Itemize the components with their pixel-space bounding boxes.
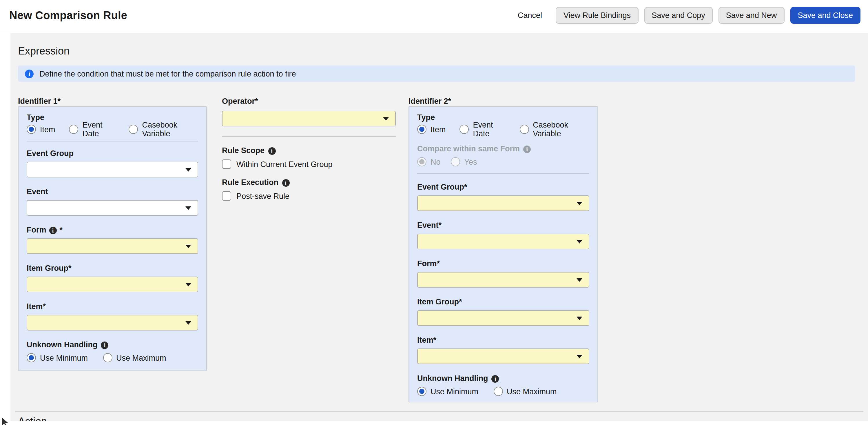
radio-item-event-date[interactable]: Event Date (460, 121, 506, 138)
unknown-handling-info-icon[interactable] (101, 341, 108, 349)
form-select[interactable] (417, 272, 589, 288)
unknown-handling-label: Unknown Handling (27, 340, 198, 350)
info-icon (25, 69, 34, 78)
radio-label: Item (40, 125, 55, 134)
unknown-handling-label: Unknown Handling (417, 374, 589, 383)
save-and-copy-button[interactable]: Save and Copy (644, 7, 713, 24)
identifier1-panel: Type Item Event Date (18, 106, 207, 371)
action-section-title: Action (18, 415, 855, 421)
checkbox-label: Post-save Rule (237, 192, 289, 200)
radio-selected-icon[interactable] (27, 353, 36, 362)
identifier1-column: Identifier 1* Type Item Event Date (18, 97, 207, 371)
info-banner-text: Define the condition that must be met fo… (39, 69, 296, 78)
identifier2-type-group: Type Item Event Date (417, 113, 589, 135)
dropdown-caret-icon (185, 206, 191, 210)
radio-selected-icon[interactable] (417, 387, 427, 396)
item-group-select[interactable] (417, 310, 589, 326)
field-label: Item Group* (27, 264, 198, 273)
rule-scope-option: Within Current Event Group (222, 158, 396, 170)
identifier1-label: Identifier 1* (18, 97, 207, 106)
operator-select[interactable] (222, 111, 396, 126)
radio-item-use-maximum[interactable]: Use Maximum (103, 353, 166, 362)
unknown-handling-options: Use Minimum Use Maximum (417, 386, 589, 397)
dropdown-caret-icon (577, 355, 582, 358)
radio-icon[interactable] (520, 125, 529, 134)
field-group-event-group: Event Group (27, 149, 198, 177)
within-current-event-group-checkbox[interactable] (222, 160, 231, 169)
cancel-button[interactable]: Cancel (518, 11, 542, 20)
form-info-icon[interactable] (49, 226, 57, 234)
radio-selected-icon[interactable] (27, 125, 36, 134)
rule-execution-label: Rule Execution (222, 178, 396, 187)
view-rule-bindings-button[interactable]: View Rule Bindings (556, 7, 638, 24)
panel-divider (417, 173, 589, 174)
radio-item-event-date[interactable]: Event Date (69, 121, 115, 138)
radio-item-yes-disabled: Yes (451, 157, 477, 166)
radio-item-use-minimum[interactable]: Use Minimum (27, 353, 88, 362)
operator-label: Operator* (222, 97, 396, 106)
radio-item-use-maximum[interactable]: Use Maximum (493, 387, 557, 396)
radio-label: Use Minimum (431, 387, 478, 396)
item-select[interactable] (417, 348, 589, 364)
unknown-handling-info-icon[interactable] (492, 375, 499, 382)
dropdown-caret-icon (185, 321, 191, 325)
expression-section-title: Expression (18, 45, 855, 57)
radio-label: Use Maximum (507, 387, 557, 396)
radio-label: Casebook Variable (533, 121, 589, 138)
item-group-select[interactable] (27, 277, 198, 292)
rule-execution-info-icon[interactable] (282, 179, 289, 187)
radio-item-casebook-variable[interactable]: Casebook Variable (129, 121, 198, 138)
save-and-close-button[interactable]: Save and Close (790, 7, 861, 24)
identifier2-type-options: Item Event Date Casebook Variable (417, 123, 589, 135)
item-select[interactable] (27, 315, 198, 331)
radio-icon[interactable] (460, 125, 469, 134)
expression-section: Expression Define the condition that mus… (10, 33, 868, 421)
save-and-new-button[interactable]: Save and New (718, 7, 784, 24)
radio-label: No (431, 158, 441, 166)
radio-selected-icon[interactable] (417, 125, 427, 134)
page-title: New Comparison Rule (9, 9, 127, 22)
identifier1-type-options: Item Event Date Casebook Variable (27, 123, 198, 135)
radio-icon[interactable] (129, 125, 138, 134)
radio-icon[interactable] (103, 353, 112, 362)
post-save-rule-checkbox[interactable] (222, 191, 231, 201)
mouse-cursor-icon (1, 416, 10, 425)
event-group-select[interactable] (27, 162, 198, 177)
radio-item-item[interactable]: Item (27, 125, 55, 134)
field-group-item-group: Item Group* (27, 264, 198, 292)
identifier1-type-group: Type Item Event Date (27, 113, 198, 135)
dropdown-caret-icon (577, 317, 582, 320)
radio-disabled-selected-icon (417, 157, 427, 166)
dropdown-caret-icon (185, 168, 191, 172)
radio-icon[interactable] (69, 125, 79, 134)
radio-label: Event Date (473, 121, 506, 138)
header-bar: New Comparison Rule Cancel View Rule Bin… (0, 0, 868, 31)
radio-item-use-minimum[interactable]: Use Minimum (417, 387, 478, 396)
radio-label: Use Minimum (40, 353, 88, 362)
identifier2-unknown-handling: Unknown Handling Use Minimum Use Maximum (417, 374, 589, 397)
field-label: Item Group* (417, 298, 589, 307)
expression-columns: Identifier 1* Type Item Event Date (18, 97, 855, 402)
form-select[interactable] (27, 238, 198, 254)
event-select[interactable] (27, 200, 198, 216)
checkbox-label: Within Current Event Group (237, 160, 333, 168)
field-group-item: Item* (417, 336, 589, 364)
operator-divider (222, 136, 396, 137)
radio-label: Use Maximum (116, 353, 166, 362)
dropdown-caret-icon (185, 283, 191, 286)
compare-within-same-form-info-icon[interactable] (523, 145, 531, 153)
dropdown-caret-icon (185, 245, 191, 248)
rule-scope-info-icon[interactable] (268, 147, 276, 154)
field-group-form: Form * (27, 226, 198, 254)
identifier1-unknown-handling: Unknown Handling Use Minimum Use Maximum (27, 340, 198, 364)
dropdown-caret-icon (577, 240, 582, 244)
radio-item-item[interactable]: Item (417, 125, 446, 134)
radio-icon[interactable] (493, 387, 503, 396)
page: New Comparison Rule Cancel View Rule Bin… (0, 0, 868, 425)
radio-item-casebook-variable[interactable]: Casebook Variable (520, 121, 589, 138)
event-select[interactable] (417, 234, 589, 249)
field-label: Event (27, 187, 198, 197)
dropdown-caret-icon (383, 117, 389, 121)
rule-execution-group: Rule Execution Post-save Rule (222, 178, 396, 202)
event-group-select[interactable] (417, 195, 589, 211)
